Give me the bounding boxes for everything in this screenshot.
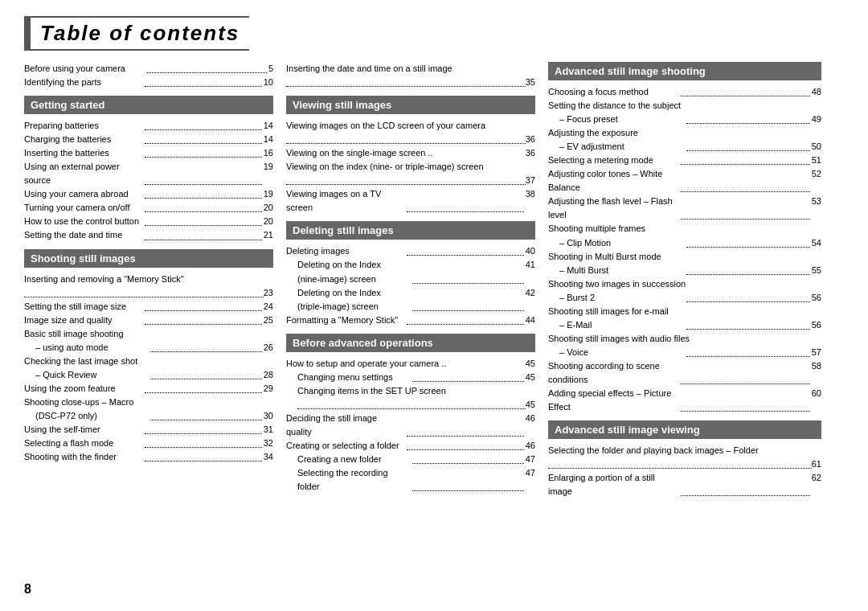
item-label: Setting the still image size (24, 300, 143, 314)
item-dots (407, 244, 524, 256)
list-item: Deleting on the Index(triple-image) scre… (286, 286, 535, 314)
item-page: 41 (526, 258, 535, 285)
page-title: Table of contents (31, 16, 249, 51)
item-label: Adjusting color tones – White Balance (548, 167, 679, 195)
list-item: Identifying the parts 10 (24, 76, 273, 89)
item-page: 38 (526, 187, 535, 215)
item-label: – EV adjustment (559, 140, 685, 154)
item-label: Shooting with the finder (24, 450, 143, 464)
item-dots (681, 359, 810, 384)
list-item: Deciding the still image quality 46 (286, 412, 535, 439)
title-bar: Table of contents (24, 16, 844, 51)
item-page: 57 (812, 346, 821, 359)
list-item: Changing items in the SET UP screen 45 (286, 384, 535, 412)
item-page: 47 (526, 466, 535, 494)
list-item: Adjusting the flash level – Flash level … (548, 195, 821, 222)
list-item: Using an external power source 19 (24, 160, 273, 187)
list-item: – Burst 2 56 (548, 291, 821, 305)
item-dots (145, 119, 262, 130)
item-label: Inserting and removing a "Memory Stick" (24, 274, 184, 284)
list-item: Creating or selecting a folder 46 (286, 439, 535, 453)
item-page: 10 (264, 76, 273, 89)
item-page: 46 (526, 412, 535, 439)
item-dots (145, 76, 262, 87)
item-page: 36 (526, 146, 535, 160)
item-label: Charging the batteries (24, 133, 143, 146)
item-label: – E-Mail (559, 318, 685, 332)
item-label: Selecting the folder and playing back im… (548, 445, 759, 455)
list-item: Using your camera abroad 19 (24, 187, 273, 201)
item-dots (145, 314, 262, 325)
section-adv-shooting: Choosing a focus method 48 Setting the d… (548, 85, 821, 414)
item-label: Inserting the date and time on a still i… (286, 64, 452, 73)
item-label: (DSC-P72 only) (35, 409, 149, 423)
item-label: Shooting still images with audio files (548, 332, 821, 346)
list-item: – using auto mode 26 (24, 341, 273, 355)
item-dots (145, 146, 262, 158)
item-page: 25 (264, 314, 273, 327)
list-item: Setting the date and time 21 (24, 228, 273, 242)
item-label: – using auto mode (35, 341, 149, 355)
list-item: Setting the still image size 24 (24, 300, 273, 314)
item-dots (145, 215, 262, 226)
item-page: 36 (526, 133, 535, 146)
item-dots (412, 286, 524, 311)
item-label: Viewing on the index (nine- or triple-im… (286, 162, 484, 171)
section-header-getting-started: Getting started (24, 96, 273, 114)
list-item: Preparing batteries 14 (24, 119, 273, 133)
item-page: 56 (812, 318, 821, 332)
item-label: How to setup and operate your camera .. (286, 357, 526, 371)
list-item: Using the self-timer 31 (24, 423, 273, 437)
list-item: – E-Mail 56 (548, 318, 821, 332)
item-label: Shooting still images for e-mail (548, 305, 821, 318)
item-page: 49 (812, 113, 821, 126)
section-header-adv-viewing: Advanced still image viewing (548, 420, 821, 439)
list-item: Shooting in Multi Burst mode (548, 250, 821, 264)
item-dots (412, 466, 524, 491)
list-item: – Quick Review 28 (24, 368, 273, 382)
item-dots (145, 382, 262, 393)
list-item: – Clip Motion 54 (548, 236, 821, 250)
item-label: Adjusting the exposure (548, 126, 821, 140)
item-label: Enlarging a portion of a still image (548, 471, 679, 498)
item-label: Choosing a focus method (548, 85, 679, 99)
column-2: Inserting the date and time on a still i… (286, 62, 535, 494)
item-dots (681, 154, 810, 165)
item-label: Shooting multiple frames (548, 222, 821, 236)
item-page: 28 (264, 368, 273, 382)
item-dots (145, 437, 262, 448)
item-label: Creating or selecting a folder (286, 439, 405, 453)
item-dots (145, 300, 262, 311)
item-label: Selecting a metering mode (548, 154, 679, 167)
item-page: 19 (264, 187, 273, 201)
section-before-advanced: How to setup and operate your camera .. … (286, 357, 535, 494)
item-label: – Clip Motion (559, 236, 685, 250)
item-page: 16 (264, 146, 273, 160)
list-item: Deleting on the Index(nine-image) screen… (286, 258, 535, 285)
section-header-viewing: Viewing still images (286, 96, 535, 114)
item-page: 53 (812, 195, 821, 222)
item-dots (412, 258, 524, 283)
list-item: Adjusting color tones – White Balance 52 (548, 167, 821, 195)
item-label: Identifying the parts (24, 76, 143, 89)
item-label: Using your camera abroad (24, 187, 143, 201)
item-page: 26 (264, 341, 273, 355)
item-page: 34 (264, 450, 273, 464)
list-item: Formatting a "Memory Stick" 44 (286, 314, 535, 327)
item-dots (681, 195, 810, 219)
item-label: How to use the control button (24, 215, 143, 228)
list-item: Selecting the folder and playing back im… (548, 444, 821, 471)
item-dots (407, 412, 524, 437)
list-item: (DSC-P72 only) 30 (24, 409, 273, 423)
list-item: Shooting still images for e-mail (548, 305, 821, 318)
item-label: Shooting close-ups – Macro (24, 396, 273, 409)
item-page: 30 (264, 409, 273, 423)
item-dots (407, 439, 524, 450)
list-item: Inserting and removing a "Memory Stick" … (24, 273, 273, 300)
item-label: Viewing images on a TV screen (286, 187, 405, 215)
item-label: Using the self-timer (24, 423, 143, 437)
item-label: Image size and quality (24, 314, 143, 327)
item-page: 54 (812, 236, 821, 250)
item-page: 51 (812, 154, 821, 167)
item-dots (145, 133, 262, 144)
